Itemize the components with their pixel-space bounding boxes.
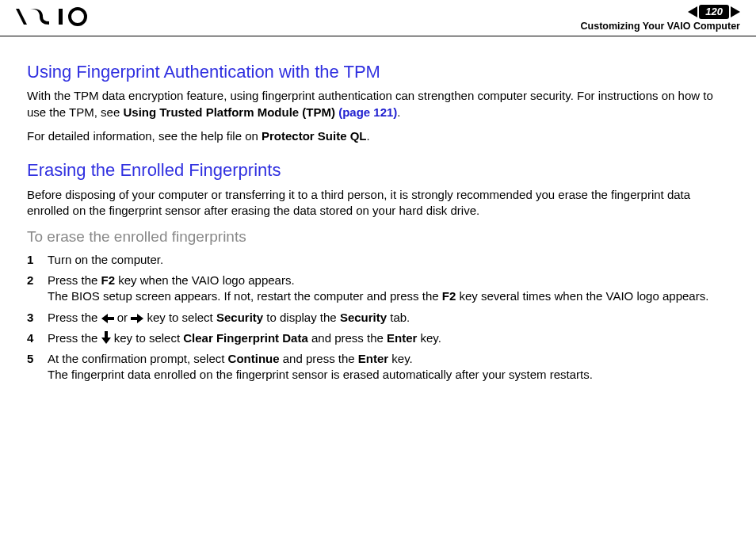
step-item: 3 Press the or key to select Security to… [27,310,729,326]
heading-tpm: Using Fingerprint Authentication with th… [27,60,729,84]
step-number: 1 [27,252,48,268]
page-header: 120 Customizing Your VAIO Computer [0,0,756,36]
erase-para-1: Before disposing of your computer or tra… [27,187,729,219]
text-bold: Protector Suite QL [262,129,367,143]
tpm-para-2: For detailed information, see the help f… [27,128,729,144]
breadcrumb: Customizing Your VAIO Computer [581,21,740,32]
text-bold: Clear Fingerprint Data [183,331,308,345]
text: key. [417,331,441,345]
text: . [397,105,400,119]
text: and press the [308,331,387,345]
vaio-logo [16,5,103,29]
step-body: Turn on the computer. [48,252,729,268]
text: tab. [387,311,410,324]
text: key to select [143,311,216,324]
svg-rect-0 [59,9,63,25]
step-body: Press the key to select Clear Fingerprin… [48,330,729,346]
text-bold: Security [340,311,387,324]
step-number: 5 [27,351,48,383]
arrow-down-icon [101,331,111,344]
step-item: 2 Press the F2 key when the VAIO logo ap… [27,273,729,305]
section-erase: Erasing the Enrolled Fingerprints Before… [27,158,729,383]
text: Press the [48,273,101,287]
key-enter: Enter [358,352,388,365]
text: key to select [111,331,184,345]
next-page-arrow-icon[interactable] [731,6,740,17]
text: Press the [48,331,101,345]
text: . [367,129,370,143]
arrow-left-icon [101,314,114,323]
text: key. [388,352,413,365]
page-number: 120 [699,5,729,19]
text: to display the [263,311,340,324]
header-right: 120 Customizing Your VAIO Computer [581,5,740,32]
text: The BIOS setup screen appears. If not, r… [48,289,442,303]
key-f2: F2 [442,289,456,303]
text: At the confirmation prompt, select [48,352,228,365]
arrow-right-icon [131,314,143,323]
key-f2: F2 [101,273,116,287]
step-item: 5 At the confirmation prompt, select Con… [27,351,729,383]
subheading-erase-steps: To erase the enrolled fingerprints [27,227,729,247]
step-number: 4 [27,330,48,346]
step-item: 1 Turn on the computer. [27,252,729,268]
step-body: At the confirmation prompt, select Conti… [48,351,729,383]
step-number: 3 [27,310,48,326]
text: key several times when the VAIO logo app… [456,289,708,303]
key-enter: Enter [387,331,417,345]
step-item: 4 Press the key to select Clear Fingerpr… [27,330,729,346]
tpm-para-1: With the TPM data encryption feature, us… [27,88,729,120]
steps-list: 1 Turn on the computer. 2 Press the F2 k… [27,252,729,383]
prev-page-arrow-icon[interactable] [688,6,697,17]
step-body: Press the F2 key when the VAIO logo appe… [48,273,729,305]
text: The fingerprint data enrolled on the fin… [48,368,593,381]
text: and press the [280,352,358,365]
section-tpm: Using Fingerprint Authentication with th… [27,60,729,144]
heading-erase: Erasing the Enrolled Fingerprints [27,158,729,182]
text: For detailed information, see the help f… [27,129,262,143]
step-body: Press the or key to select Security to d… [48,310,729,326]
text: or [114,311,132,324]
text: key when the VAIO logo appears. [115,273,295,287]
text-bold: Using Trusted Platform Module (TPM) [123,105,335,119]
page-content: Using Fingerprint Authentication with th… [0,36,756,414]
step-number: 2 [27,273,48,305]
text-bold: Security [216,311,263,324]
page-link[interactable]: (page 121) [338,105,397,119]
page-nav: 120 [581,5,740,19]
svg-point-1 [70,9,86,25]
text-bold: Continue [228,352,280,365]
text: Press the [48,311,101,324]
